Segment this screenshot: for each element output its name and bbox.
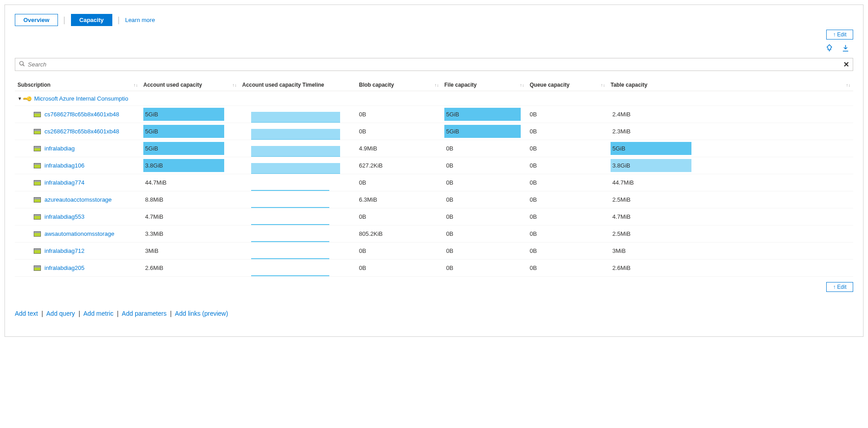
- tab-divider: |: [63, 15, 66, 25]
- tab-capacity[interactable]: Capacity: [71, 14, 112, 26]
- table-row[interactable]: infralabdiag1063.8GiB627.2KiB0B0B3.8GiB: [15, 157, 853, 174]
- col-subscription[interactable]: Subscription: [18, 82, 50, 88]
- table-capacity-value: 2.3MiB: [611, 128, 630, 135]
- queue-capacity-value: 0B: [530, 162, 537, 169]
- storage-account-link[interactable]: infralabdiag553: [44, 213, 84, 220]
- table-row[interactable]: infralabdiag5534.7MiB0B0B0B4.7MiB: [15, 208, 853, 225]
- tab-divider: |: [118, 15, 120, 25]
- used-capacity-value: 3.3MiB: [143, 230, 163, 237]
- table-row[interactable]: azureautoacctomsstorage8.8MiB6.3MiB0B0B2…: [15, 191, 853, 208]
- chevron-down-icon[interactable]: ▼: [18, 96, 22, 101]
- storage-account-link[interactable]: infralabdiag106: [44, 162, 84, 169]
- blob-capacity-value: 0B: [359, 265, 366, 271]
- storage-account-link[interactable]: awsautomationomsstorage: [44, 230, 114, 237]
- close-icon[interactable]: ✕: [843, 60, 849, 69]
- table-capacity-value: 4.7MiB: [611, 213, 630, 220]
- used-capacity-value: 44.7MiB: [143, 179, 167, 186]
- storage-account-link[interactable]: infralabdiag205: [44, 265, 84, 271]
- table-capacity-value: 44.7MiB: [611, 179, 634, 186]
- pin-icon[interactable]: [825, 44, 833, 54]
- subscription-group-row[interactable]: ▼ 🔑 Microsoft Azure Internal Consumptio: [15, 91, 853, 106]
- file-capacity-value: 0B: [444, 145, 453, 152]
- col-blob[interactable]: Blob capacity: [359, 82, 394, 88]
- timeline-sparkline: [239, 123, 356, 140]
- storage-account-link[interactable]: infralabdiag: [44, 145, 75, 152]
- sort-icon[interactable]: ↑↓: [520, 83, 524, 88]
- sort-icon[interactable]: ↑↓: [232, 83, 237, 88]
- storage-account-icon: [34, 214, 41, 220]
- storage-account-link[interactable]: cs768627f8c65b8x4601xb48: [44, 111, 119, 118]
- file-capacity-value: 0B: [444, 179, 453, 186]
- workbook-panel: Overview | Capacity | Learn more ↑ Edit …: [4, 4, 864, 337]
- timeline-sparkline: [239, 106, 356, 123]
- queue-capacity-value: 0B: [530, 230, 537, 237]
- learn-more-link[interactable]: Learn more: [125, 17, 155, 23]
- storage-account-icon: [34, 248, 41, 254]
- queue-capacity-value: 0B: [530, 196, 537, 203]
- tab-overview[interactable]: Overview: [15, 14, 58, 26]
- table-capacity-value: 2.4MiB: [611, 111, 630, 118]
- table-capacity-value: 3.8GiB: [611, 162, 630, 169]
- blob-capacity-value: 0B: [359, 179, 366, 186]
- col-used[interactable]: Account used capacity: [143, 82, 202, 88]
- add-links-link[interactable]: Add links (preview): [175, 310, 228, 317]
- file-capacity-value: 5GiB: [444, 128, 459, 135]
- download-icon[interactable]: [841, 44, 850, 54]
- edit-button-top[interactable]: ↑ Edit: [826, 30, 853, 40]
- file-capacity-value: 0B: [444, 247, 453, 254]
- file-capacity-value: 0B: [444, 230, 453, 237]
- storage-account-link[interactable]: infralabdiag712: [44, 247, 84, 254]
- storage-account-link[interactable]: infralabdiag774: [44, 179, 84, 186]
- used-capacity-value: 4.7MiB: [143, 213, 163, 220]
- table-capacity-value: 5GiB: [611, 145, 625, 152]
- footer-actions: Add text | Add query | Add metric | Add …: [15, 310, 853, 317]
- add-text-link[interactable]: Add text: [15, 310, 38, 317]
- sort-icon[interactable]: ↑↓: [601, 83, 605, 88]
- col-queue[interactable]: Queue capacity: [530, 82, 570, 88]
- table-capacity-value: 2.6MiB: [611, 265, 630, 271]
- capacity-grid: Subscription↑↓ Account used capacity↑↓ A…: [15, 79, 853, 277]
- search-input[interactable]: [28, 61, 843, 68]
- key-icon: 🔑: [22, 93, 33, 103]
- file-capacity-value: 5GiB: [444, 111, 459, 118]
- queue-capacity-value: 0B: [530, 179, 537, 186]
- file-capacity-value: 0B: [444, 162, 453, 169]
- table-row[interactable]: infralabdiag7123MiB0B0B0B3MiB: [15, 243, 853, 260]
- add-query-link[interactable]: Add query: [46, 310, 75, 317]
- blob-capacity-value: 0B: [359, 247, 366, 254]
- storage-account-icon: [34, 146, 41, 151]
- file-capacity-value: 0B: [444, 265, 453, 271]
- table-row[interactable]: infralabdiag2052.6MiB0B0B0B2.6MiB: [15, 260, 853, 277]
- storage-account-link[interactable]: azureautoacctomsstorage: [44, 196, 112, 203]
- blob-capacity-value: 627.2KiB: [359, 162, 383, 169]
- table-row[interactable]: awsautomationomsstorage3.3MiB805.2KiB0B0…: [15, 225, 853, 243]
- col-timeline[interactable]: Account used capacity Timeline: [242, 82, 324, 88]
- subscription-name[interactable]: Microsoft Azure Internal Consumptio: [34, 95, 128, 102]
- sort-icon[interactable]: ↑↓: [133, 83, 138, 88]
- storage-account-icon: [34, 197, 41, 203]
- search-box[interactable]: ✕: [15, 58, 853, 71]
- tab-bar: Overview | Capacity | Learn more: [15, 14, 853, 26]
- col-file[interactable]: File capacity: [444, 82, 477, 88]
- table-row[interactable]: infralabdiag5GiB4.9MiB0B0B5GiB: [15, 140, 853, 157]
- used-capacity-value: 5GiB: [143, 145, 158, 152]
- timeline-sparkline: [239, 225, 356, 242]
- table-row[interactable]: cs768627f8c65b8x4601xb485GiB0B5GiB0B2.4M…: [15, 106, 853, 123]
- table-row[interactable]: cs268627f8c65b8x4601xb485GiB0B5GiB0B2.3M…: [15, 123, 853, 140]
- add-parameters-link[interactable]: Add parameters: [122, 310, 167, 317]
- svg-point-0: [20, 62, 23, 65]
- edit-button-bottom[interactable]: ↑ Edit: [826, 282, 853, 292]
- table-capacity-value: 3MiB: [611, 247, 626, 254]
- used-capacity-value: 2.6MiB: [143, 265, 163, 271]
- table-row[interactable]: infralabdiag77444.7MiB0B0B0B44.7MiB: [15, 174, 853, 191]
- storage-account-link[interactable]: cs268627f8c65b8x4601xb48: [44, 128, 119, 135]
- storage-account-icon: [34, 163, 41, 168]
- storage-account-icon: [34, 265, 41, 271]
- sort-icon[interactable]: ↑↓: [434, 83, 439, 88]
- storage-account-icon: [34, 112, 41, 117]
- sort-icon[interactable]: ↑↓: [846, 83, 850, 88]
- queue-capacity-value: 0B: [530, 111, 537, 118]
- search-icon: [19, 61, 25, 68]
- col-table[interactable]: Table capacity: [611, 82, 647, 88]
- add-metric-link[interactable]: Add metric: [84, 310, 114, 317]
